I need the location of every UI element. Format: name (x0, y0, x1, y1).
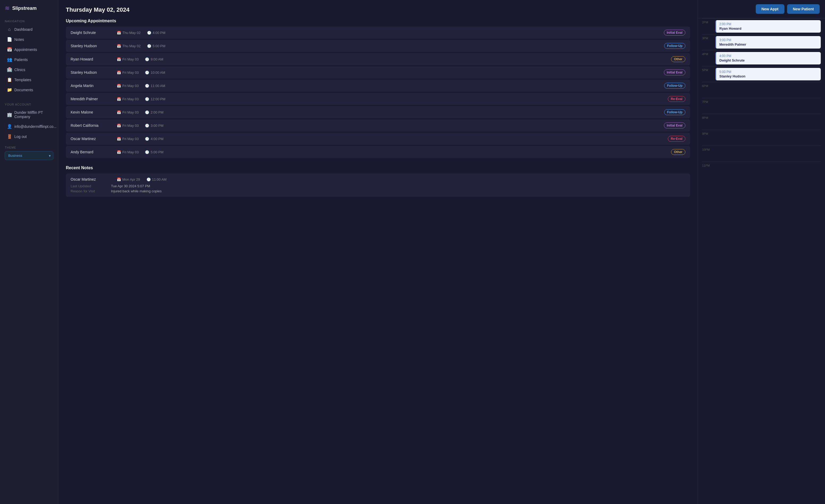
appt-name: Stanley Hudson (71, 44, 113, 48)
time-label: 11PM (702, 163, 713, 167)
appt-badge: Re-Eval (668, 96, 685, 102)
upcoming-appointments-title: Upcoming Appointments (66, 18, 690, 23)
right-panel: New Appt New Patient 2PM 2:00 PM Ryan Ho… (697, 0, 825, 504)
account-item-email[interactable]: 👤info@dundermifflinpt.co... (2, 121, 56, 131)
appt-name: Kevin Malone (71, 110, 113, 114)
appt-date: 📅 Fri May 03 (117, 137, 139, 141)
logout-icon: 🚪 (7, 134, 12, 139)
note-card[interactable]: Oscar Martinez 📅 Mon Apr 29 🕐 11:00 AM L… (66, 173, 690, 197)
dashboard-label: Dashboard (14, 27, 33, 31)
calendar-icon: 📅 (117, 110, 121, 114)
time-label: 6PM (702, 84, 713, 88)
new-patient-button[interactable]: New Patient (787, 4, 820, 14)
cal-event-time: 5:00 PM (719, 70, 818, 74)
note-name: Oscar Martinez (71, 177, 113, 181)
clock-icon: 🕐 (145, 150, 149, 154)
time-row: 10PM (702, 146, 821, 162)
sidebar-item-dashboard[interactable]: ⌂Dashboard (2, 25, 56, 34)
company-label: Dunder Mifflin PT Company (14, 110, 51, 119)
appointment-row[interactable]: Oscar Martinez 📅 Fri May 03 🕐 4:00 PM Re… (66, 133, 690, 145)
appointment-row[interactable]: Dwight Schrute 📅 Thu May 02 🕐 4:00 PM In… (66, 26, 690, 39)
calendar-event[interactable]: 3:00 PM Meredith Palmer (716, 36, 821, 49)
time-label: 7PM (702, 100, 713, 103)
email-label: info@dundermifflinpt.co... (14, 124, 57, 129)
appt-time: 🕐 12:00 PM (145, 97, 165, 101)
time-label: 3PM (702, 36, 713, 40)
calendar-scroll[interactable]: 2PM 2:00 PM Ryan Howard 3PM 3:00 PM Mere… (698, 18, 825, 504)
time-events: 4:00 PM Dwight Schrute (716, 52, 821, 65)
time-label: 10PM (702, 148, 713, 151)
note-date: 📅 Mon Apr 29 (117, 177, 140, 181)
calendar-icon: 📅 (117, 71, 121, 75)
sidebar-item-appointments[interactable]: 📅Appointments (2, 45, 56, 54)
cal-event-name: Meredith Palmer (719, 43, 818, 47)
appt-date: 📅 Thu May 02 (117, 44, 141, 48)
patients-icon: 👥 (7, 57, 12, 62)
calendar-event[interactable]: 2:00 PM Ryan Howard (716, 20, 821, 32)
appt-name: Dwight Schrute (71, 30, 113, 35)
last-updated-value: Tue Apr 30 2024 5:07 PM (111, 184, 685, 188)
appointment-row[interactable]: Stanley Hudson 📅 Fri May 03 🕐 10:00 AM I… (66, 66, 690, 79)
sidebar-item-patients[interactable]: 👥Patients (2, 55, 56, 65)
clock-icon: 🕐 (147, 177, 151, 181)
left-panel: Thursday May 02, 2024 Upcoming Appointme… (58, 0, 697, 504)
appt-date: 📅 Fri May 03 (117, 123, 139, 128)
appointment-row[interactable]: Stanley Hudson 📅 Thu May 02 🕐 5:00 PM Fo… (66, 40, 690, 52)
appointment-row[interactable]: Angela Martin 📅 Fri May 03 🕐 11:00 AM Fo… (66, 80, 690, 92)
appointment-row[interactable]: Ryan Howard 📅 Fri May 03 🕐 9:00 AM Other (66, 53, 690, 65)
calendar-event[interactable]: 4:00 PM Dwight Schrute (716, 52, 821, 65)
appt-name: Andy Bernard (71, 150, 113, 154)
time-row: 7PM (702, 98, 821, 114)
appt-badge: Other (671, 56, 685, 62)
appt-date: 📅 Fri May 03 (117, 57, 139, 61)
logo-area: ≋ Slipstream (0, 5, 58, 17)
appt-name: Ryan Howard (71, 57, 113, 61)
appt-badge: Initial Eval (664, 122, 685, 129)
new-appt-button[interactable]: New Appt (756, 4, 784, 14)
logo-icon: ≋ (5, 5, 10, 12)
reason-label: Reason for Visit (71, 189, 108, 193)
clock-icon: 🕐 (145, 97, 149, 101)
sidebar-item-notes[interactable]: 📄Notes (2, 34, 56, 44)
logo-text: Slipstream (12, 6, 36, 11)
appt-date: 📅 Thu May 02 (117, 31, 141, 35)
sidebar-item-clinics[interactable]: 🏥Clinics (2, 65, 56, 75)
account-section-label: Your Account (0, 100, 58, 108)
sidebar-item-templates[interactable]: 📋Templates (2, 75, 56, 85)
time-label: 8PM (702, 116, 713, 119)
dashboard-icon: ⌂ (7, 27, 12, 32)
time-label: 5PM (702, 68, 713, 72)
appt-time: 🕐 5:00 PM (147, 44, 165, 48)
recent-notes-title: Recent Notes (66, 166, 690, 170)
appointments-icon: 📅 (7, 47, 12, 52)
appt-badge: Initial Eval (664, 30, 685, 35)
calendar-icon: 📅 (117, 57, 121, 61)
appointment-row[interactable]: Robert California 📅 Fri May 03 🕐 3:00 PM… (66, 119, 690, 132)
appt-date: 📅 Fri May 03 (117, 84, 139, 88)
appointment-row[interactable]: Andy Bernard 📅 Fri May 03 🕐 5:00 PM Othe… (66, 146, 690, 158)
appt-name: Stanley Hudson (71, 70, 113, 75)
theme-select[interactable]: Business Light Dark (5, 151, 53, 160)
account-items-container: 🏢Dunder Mifflin PT Company👤info@dundermi… (0, 108, 58, 141)
patients-label: Patients (14, 58, 28, 62)
calendar-icon: 📅 (117, 84, 121, 88)
appt-name: Meredith Palmer (71, 97, 113, 101)
calendar-event[interactable]: 5:00 PM Stanley Hudson (716, 68, 821, 80)
appt-date: 📅 Fri May 03 (117, 150, 139, 154)
appointment-row[interactable]: Kevin Malone 📅 Fri May 03 🕐 2:00 PM Foll… (66, 106, 690, 118)
templates-label: Templates (14, 78, 31, 82)
appt-time: 🕐 11:00 AM (145, 84, 165, 88)
appointment-row[interactable]: Meredith Palmer 📅 Fri May 03 🕐 12:00 PM … (66, 93, 690, 105)
sidebar-item-documents[interactable]: 📁Documents (2, 85, 56, 95)
time-row: 6PM (702, 82, 821, 98)
time-events: 3:00 PM Meredith Palmer (716, 36, 821, 49)
appt-time: 🕐 4:00 PM (145, 137, 163, 141)
cal-event-time: 2:00 PM (719, 22, 818, 26)
notes-list: Oscar Martinez 📅 Mon Apr 29 🕐 11:00 AM L… (66, 173, 690, 197)
account-item-logout[interactable]: 🚪Log out (2, 132, 56, 141)
calendar-icon: 📅 (117, 123, 121, 128)
appt-time: 🕐 4:00 PM (147, 31, 165, 35)
appt-badge: Other (671, 149, 685, 155)
account-item-company[interactable]: 🏢Dunder Mifflin PT Company (2, 108, 56, 121)
appt-time: 🕐 3:00 PM (145, 123, 163, 128)
